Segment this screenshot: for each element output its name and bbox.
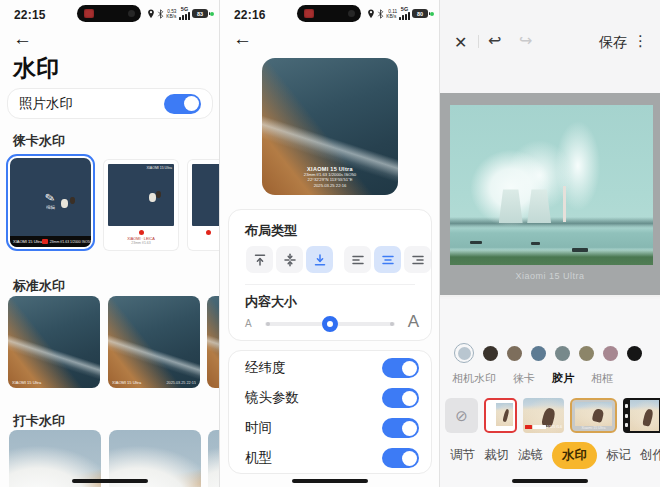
style-film-frame-thumb-selected[interactable]: Xiaomi 15 Ultra: [570, 398, 617, 433]
home-indicator[interactable]: [292, 479, 368, 483]
coordinates-toggle[interactable]: [382, 358, 419, 378]
color-swatch[interactable]: [483, 346, 498, 361]
undo-icon[interactable]: ↩: [488, 31, 501, 50]
color-swatch[interactable]: [458, 347, 471, 360]
checkin-style-thumb-cut[interactable]: [208, 430, 220, 487]
leica-style-card-thumb[interactable]: XIAOMI 15 Ultra XIAOMI · LEICA 23mm f/1.…: [104, 160, 178, 250]
layout-card: 布局类型 内容大小 A: [228, 209, 432, 341]
cooling-tower: [499, 189, 523, 223]
privacy-dot-icon: [430, 12, 434, 16]
align-middle-button[interactable]: [276, 246, 303, 273]
watermark-content-card: 经纬度 镜头参数 时间 机型: [228, 350, 432, 474]
network-type: 5G: [179, 7, 190, 21]
tab-leica[interactable]: 徕卡: [513, 371, 535, 386]
align-bottom-button[interactable]: [306, 246, 333, 273]
leica-logo-icon: [42, 239, 48, 245]
smokestack: [563, 186, 566, 222]
back-button[interactable]: ←: [233, 29, 252, 49]
section-leica-label: 徕卡水印: [13, 132, 65, 150]
screenshot-root: 22:15 0.53KB/s 5G 83 ← 水印: [0, 0, 660, 487]
tab-film[interactable]: 胶片: [552, 371, 574, 386]
content-size-slider-row: A A: [229, 310, 431, 336]
lens-params-toggle[interactable]: [382, 388, 419, 408]
text-align-left-button[interactable]: [344, 246, 371, 273]
cooling-tower: [527, 189, 551, 223]
style-filmstrip-thumb[interactable]: [623, 398, 660, 433]
divider: [478, 35, 479, 48]
tab-filter[interactable]: 滤镜: [518, 447, 543, 464]
color-swatch[interactable]: [627, 346, 642, 361]
standard-style-thumb[interactable]: XIAOMI 15 Ultra: [8, 296, 100, 388]
color-swatch[interactable]: [507, 346, 522, 361]
watermark-preview-image: XIAOMI 15 Ultra 23mm f/1.63 1/2000s ISO5…: [262, 58, 398, 195]
boat: [470, 241, 482, 244]
text-align-center-button[interactable]: [374, 246, 401, 273]
toggle-row-model: 机型: [229, 443, 431, 473]
back-button[interactable]: ←: [13, 29, 32, 49]
leica-style-selected-thumb[interactable]: ✎ 编辑 XIAOMI 15 Ultra 23mm f/1.63 1/2000 …: [6, 154, 95, 251]
tab-create[interactable]: 创作: [640, 447, 660, 464]
leica-sample-photo: ✎ 编辑 XIAOMI 15 Ultra 23mm f/1.63 1/2000 …: [10, 158, 91, 247]
more-menu-icon[interactable]: ⋮: [633, 32, 648, 50]
leica-style-card-thumb-cut[interactable]: [188, 160, 220, 250]
leica-logo-icon: [525, 425, 532, 429]
time-toggle[interactable]: [382, 418, 419, 438]
battery-icon: 83: [192, 9, 208, 18]
color-swatch[interactable]: [579, 346, 594, 361]
align-top-button[interactable]: [246, 246, 273, 273]
edited-photo: [450, 105, 653, 265]
standard-style-thumb[interactable]: XIAOMI 15 Ultra 2025.03.25 22:15: [108, 296, 200, 388]
clock: 22:16: [234, 8, 266, 22]
boat: [572, 248, 588, 252]
leica-watermark-bar: XIAOMI 15 Ultra 23mm f/1.63 1/2000 ISO50: [10, 236, 91, 247]
toggle-row-coordinates: 经纬度: [229, 353, 431, 383]
bluetooth-icon: [377, 9, 384, 19]
large-a-icon: A: [408, 312, 419, 332]
privacy-dot-icon: [210, 12, 214, 16]
signal-bars-icon: [179, 12, 190, 20]
tab-mark[interactable]: 标记: [606, 447, 631, 464]
redo-icon: ↪: [519, 31, 532, 50]
frame-watermark-caption: Xiaomi 15 Ultra: [440, 271, 660, 281]
home-indicator[interactable]: [72, 479, 148, 483]
close-icon[interactable]: ✕: [454, 33, 467, 52]
tab-camera-watermark[interactable]: 相机水印: [452, 371, 496, 386]
tab-frame[interactable]: 相框: [591, 371, 613, 386]
signal-bars-icon: [399, 12, 410, 20]
tab-watermark-selected[interactable]: 水印: [552, 442, 597, 469]
camera-cutout-pill: [77, 5, 141, 22]
color-swatch[interactable]: [555, 346, 570, 361]
figure: [149, 193, 156, 202]
boat: [531, 242, 540, 245]
standard-style-thumb-cut[interactable]: [207, 296, 220, 388]
section-standard-label: 标准水印: [13, 277, 65, 295]
network-type: 5G: [399, 7, 410, 21]
style-leica-bar-thumb[interactable]: 1/125 f1.6: [523, 398, 564, 433]
location-icon: [367, 9, 375, 19]
size-slider[interactable]: [265, 322, 395, 326]
tab-adjust[interactable]: 调节: [450, 447, 475, 464]
editor-toolbar: ✕ ↩ ↪ 保存 ⋮: [440, 0, 660, 92]
status-icons: 0.53KB/s 5G 83: [147, 6, 214, 21]
tab-crop[interactable]: 裁切: [484, 447, 509, 464]
color-swatch[interactable]: [531, 346, 546, 361]
network-speed: 0.11KB/s: [386, 9, 397, 19]
model-toggle[interactable]: [382, 448, 419, 468]
style-thumbnails: ⊘ 1/125 f1.6 Xiaomi 15 Ultra: [445, 397, 660, 434]
divider: [245, 284, 415, 285]
photo-watermark-toggle[interactable]: [164, 94, 201, 114]
watermark-settings-screen: 22:15 0.53KB/s 5G 83 ← 水印: [0, 0, 220, 487]
location-icon: [147, 9, 155, 19]
camera-lens-icon: [128, 10, 135, 17]
save-button[interactable]: 保存: [599, 34, 627, 52]
style-white-frame-thumb[interactable]: [484, 398, 517, 433]
watermark-preview-text: XIAOMI 15 Ultra 23mm f/1.63 1/2000s ISO5…: [262, 166, 398, 189]
text-align-right-button[interactable]: [404, 246, 431, 273]
style-none-thumb[interactable]: ⊘: [445, 398, 478, 433]
network-speed: 0.53KB/s: [166, 9, 177, 19]
color-swatch[interactable]: [603, 346, 618, 361]
home-indicator[interactable]: [512, 479, 588, 483]
swatch-selected-ring[interactable]: [454, 343, 474, 363]
status-bar: 22:15 0.53KB/s 5G 83: [0, 0, 219, 28]
slider-knob[interactable]: [322, 316, 338, 332]
